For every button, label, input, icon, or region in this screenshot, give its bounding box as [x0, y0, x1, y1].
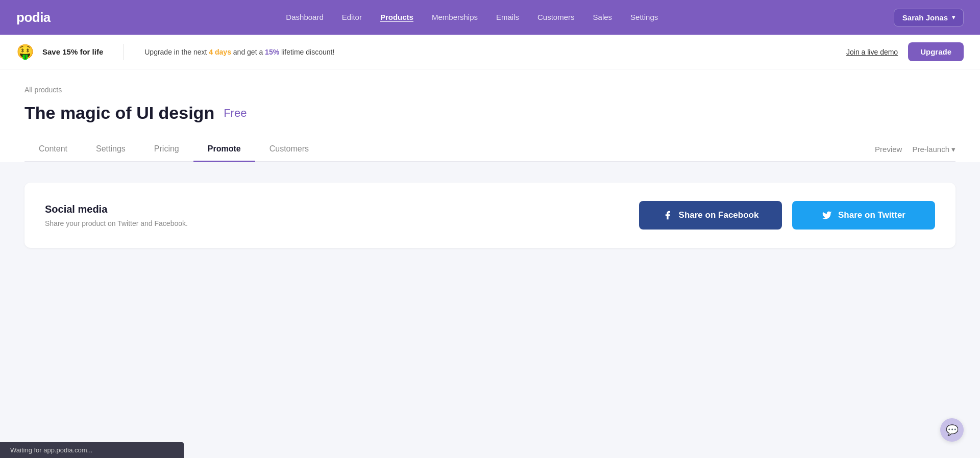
tabs-left: Content Settings Pricing Promote Custome…: [24, 137, 323, 161]
social-card-title: Social media: [45, 203, 188, 215]
brand-logo[interactable]: podia: [16, 10, 51, 26]
upgrade-banner: 🤑 Save 15% for life Upgrade in the next …: [0, 35, 980, 69]
chat-bubble-button[interactable]: 💬: [940, 418, 964, 442]
nav-item-settings[interactable]: Settings: [630, 13, 658, 21]
status-text: Waiting for app.podia.com...: [10, 446, 92, 454]
live-demo-link[interactable]: Join a live demo: [846, 48, 898, 56]
twitter-icon: [822, 210, 832, 220]
banner-left: 🤑 Save 15% for life Upgrade in the next …: [16, 43, 334, 60]
tab-content[interactable]: Content: [24, 137, 82, 162]
main-content: All products The magic of UI design Free…: [0, 69, 980, 162]
promote-section-area: Social media Share your product on Twitt…: [0, 162, 980, 376]
banner-description: Upgrade in the next 4 days and get a 15%…: [144, 48, 334, 56]
top-navbar: podia Dashboard Editor Products Membersh…: [0, 0, 980, 35]
user-menu-button[interactable]: Sarah Jonas ▾: [894, 9, 964, 27]
page-title: The magic of UI design: [24, 103, 214, 123]
chat-icon: 💬: [946, 424, 959, 436]
status-bar: Waiting for app.podia.com...: [0, 442, 184, 458]
social-card-description: Share your product on Twitter and Facebo…: [45, 219, 188, 227]
nav-item-dashboard[interactable]: Dashboard: [286, 13, 323, 21]
share-twitter-button[interactable]: Share on Twitter: [792, 201, 935, 230]
nav-item-products[interactable]: Products: [380, 13, 413, 21]
prelaunch-chevron-icon: ▾: [951, 145, 955, 154]
banner-divider: [124, 44, 124, 60]
days-highlight: 4 days: [209, 48, 231, 56]
money-emoji-icon: 🤑: [16, 43, 34, 60]
breadcrumb[interactable]: All products: [24, 86, 955, 94]
nav-item-editor[interactable]: Editor: [342, 13, 362, 21]
free-badge: Free: [224, 107, 247, 120]
upgrade-button[interactable]: Upgrade: [908, 42, 964, 61]
banner-save-text: Save 15% for life: [42, 47, 103, 56]
user-name: Sarah Jonas: [902, 13, 948, 22]
tab-settings[interactable]: Settings: [82, 137, 140, 162]
preview-action[interactable]: Preview: [875, 145, 902, 154]
nav-item-sales[interactable]: Sales: [593, 13, 612, 21]
social-media-card: Social media Share your product on Twitt…: [24, 183, 955, 248]
social-card-info: Social media Share your product on Twitt…: [45, 203, 188, 227]
tab-promote[interactable]: Promote: [193, 137, 255, 162]
nav-item-memberships[interactable]: Memberships: [432, 13, 478, 21]
nav-item-emails[interactable]: Emails: [496, 13, 519, 21]
pct-highlight: 15%: [265, 48, 279, 56]
chevron-down-icon: ▾: [952, 14, 955, 21]
tabs-row: Content Settings Pricing Promote Custome…: [24, 137, 955, 162]
nav-item-customers[interactable]: Customers: [537, 13, 575, 21]
banner-right: Join a live demo Upgrade: [846, 42, 964, 61]
tab-pricing[interactable]: Pricing: [140, 137, 193, 162]
tabs-right: Preview Pre-launch ▾: [875, 145, 955, 154]
prelaunch-action[interactable]: Pre-launch ▾: [912, 145, 955, 154]
share-facebook-button[interactable]: Share on Facebook: [639, 201, 782, 230]
facebook-icon: [663, 210, 673, 220]
social-share-buttons: Share on Facebook Share on Twitter: [639, 201, 935, 230]
page-title-row: The magic of UI design Free: [24, 103, 955, 123]
nav-links: Dashboard Editor Products Memberships Em…: [286, 13, 658, 22]
tab-customers[interactable]: Customers: [255, 137, 323, 162]
